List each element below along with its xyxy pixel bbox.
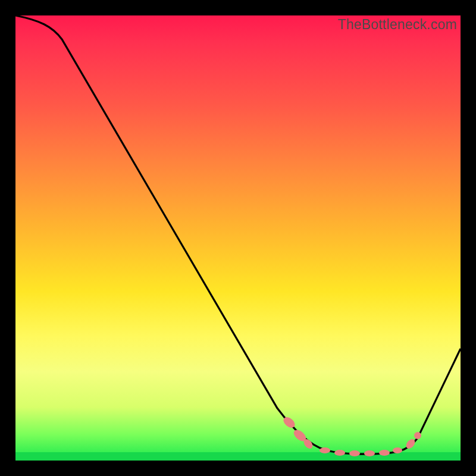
marker-cluster (281, 415, 421, 456)
chart-frame: TheBottleneck.com (15, 15, 461, 461)
svg-point-5 (349, 450, 360, 456)
watermark-text: TheBottleneck.com (338, 17, 457, 33)
svg-point-3 (320, 447, 330, 453)
svg-point-4 (334, 450, 345, 456)
svg-point-8 (393, 447, 402, 453)
svg-point-10 (414, 432, 421, 439)
bottleneck-curve-svg (15, 15, 461, 461)
bottleneck-curve-path (15, 15, 461, 454)
svg-point-7 (379, 450, 390, 456)
svg-point-6 (364, 450, 375, 456)
